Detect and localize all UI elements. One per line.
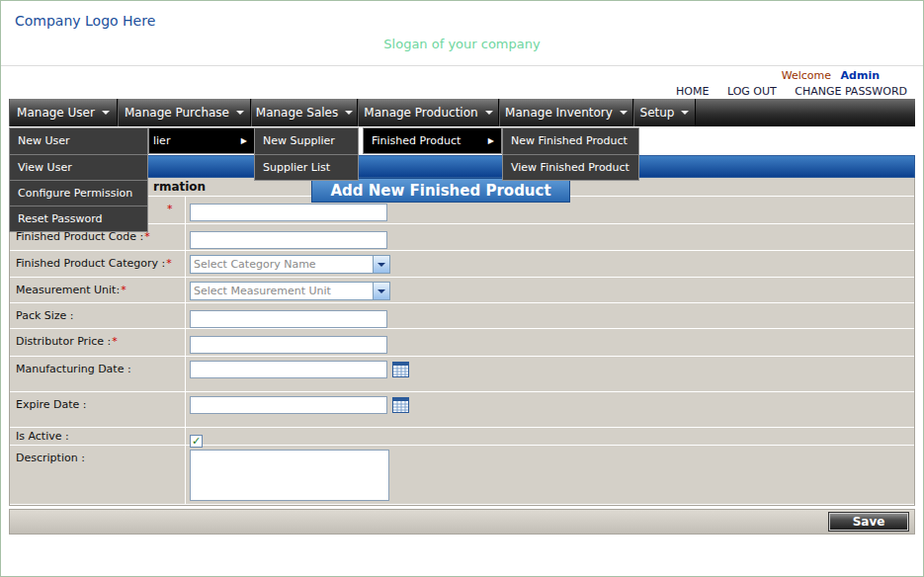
menu-manage-production[interactable]: Manage Production [358,99,499,126]
menu-item-supplier-partial[interactable]: lier ▶ [148,127,255,154]
form-row-measurement-unit: Measurement Unit:* Select Measurement Un… [10,278,914,303]
account-links: HOME LOG OUT CHANGE PASSWORD [1,85,907,98]
menu-item-reset-password[interactable]: Reset Password [10,206,147,231]
chevron-down-icon [681,111,689,115]
form-row-expire-date: Expire Date : [10,392,914,428]
required-marker: * [167,203,173,215]
menu-item-label: lier [153,134,170,147]
submenu-arrow-icon: ▶ [488,136,494,145]
menu-manage-purchase[interactable]: Manage Purchase [118,99,251,126]
menu-manage-inventory[interactable]: Manage Inventory [499,99,633,126]
required-marker: * [166,257,172,270]
field-cell [186,329,914,356]
form-row-pack-size: Pack Size : [10,303,914,329]
page: Company Logo Here Slogan of your company… [0,0,924,577]
menu-label: Setup [640,106,675,120]
field-cell: ✓ [186,428,914,445]
menu-item-configure-permission[interactable]: Configure Permission [10,180,147,206]
menu-item-label: Finished Product [372,134,461,147]
menu-item-view-finished-product[interactable]: View Finished Product [503,154,638,180]
chevron-down-icon [485,111,493,115]
category-select[interactable]: Select Category Name [190,255,390,274]
field-cell [186,357,914,391]
menu-item-new-user[interactable]: New User [10,128,147,154]
measurement-unit-select[interactable]: Select Measurement Unit [190,282,390,300]
chevron-down-icon [620,111,628,115]
menu-item-new-supplier[interactable]: New Supplier [255,128,358,154]
menu-item-supplier-list[interactable]: Supplier List [255,154,358,180]
field-cell [186,392,914,427]
page-title: Add New Finished Product [311,178,570,203]
field-label: Is Active : [10,428,186,445]
logout-link[interactable]: LOG OUT [727,85,777,98]
menu-label: Manage Inventory [505,106,613,120]
field-cell [186,446,914,504]
chevron-down-icon [345,111,353,115]
finished-product-name-input[interactable] [190,204,387,221]
field-label: Manufacturing Date : [10,357,186,391]
expire-date-calendar-button[interactable] [392,397,409,413]
field-label: Finished Product Category :* [10,251,186,277]
finished-product-submenu: New Finished Product View Finished Produ… [502,127,639,181]
form-row-category: Finished Product Category :* Select Cate… [10,251,914,278]
welcome-line: Welcome Admin [1,69,880,82]
field-label: Expire Date : [10,392,186,427]
submenu-arrow-icon: ▶ [241,136,247,145]
chevron-down-icon [236,111,244,115]
menu-manage-user[interactable]: Manage User [9,99,118,126]
menu-item-view-user[interactable]: View User [10,154,147,180]
manufacturing-date-input[interactable] [190,361,387,378]
welcome-label: Welcome [782,69,831,82]
header: Company Logo Here Slogan of your company [1,1,923,66]
select-value: Select Measurement Unit [191,285,373,297]
manage-user-dropdown: New User View User Configure Permission … [9,127,148,232]
required-marker: * [121,284,126,296]
chevron-down-icon [102,111,110,115]
field-label: Description : [10,446,186,504]
pack-size-input[interactable] [190,310,387,328]
description-textarea[interactable] [190,450,389,501]
menu-setup[interactable]: Setup [633,99,696,126]
menu-label: Manage Sales [256,106,338,120]
company-slogan: Slogan of your company [1,37,923,51]
change-password-link[interactable]: CHANGE PASSWORD [795,85,907,98]
field-label: Distributor Price :* [10,329,186,356]
field-cell [186,303,914,328]
form-row-description: Description : [10,446,914,505]
chevron-down-icon [378,289,385,293]
calendar-icon [392,362,409,377]
menu-manage-sales[interactable]: Manage Sales [251,99,358,126]
form-row-is-active: Is Active : ✓ [10,428,914,446]
username: Admin [841,69,880,82]
field-cell: Select Category Name [186,251,914,277]
menu-label: Manage User [17,106,95,120]
user-bar: Welcome Admin HOME LOG OUT CHANGE PASSWO… [1,66,923,99]
menu-item-finished-product[interactable]: Finished Product ▶ [363,127,502,154]
form-row-distributor-price: Distributor Price :* [10,329,914,357]
save-button[interactable]: Save [828,512,909,532]
select-dropdown-button [373,256,389,273]
main-menu-bar: Manage User Manage Purchase Manage Sales… [9,99,915,126]
chevron-down-icon [378,263,385,267]
company-logo: Company Logo Here [15,13,155,29]
menu-label: Manage Production [364,106,477,120]
calendar-icon [392,397,409,413]
menu-label: Manage Purchase [125,106,229,120]
form-actions-row: Save [9,509,915,535]
form-row-manufacturing-date: Manufacturing Date : [10,357,914,392]
field-cell [186,224,914,250]
field-label: Measurement Unit:* [10,278,186,302]
finished-product-code-input[interactable] [190,231,387,249]
select-value: Select Category Name [191,258,373,271]
manage-sales-dropdown: New Supplier Supplier List [254,127,359,181]
menu-item-new-finished-product[interactable]: New Finished Product [503,128,638,154]
required-marker: * [112,335,118,348]
distributor-price-input[interactable] [190,336,387,354]
select-dropdown-button [373,283,389,299]
field-cell: Select Measurement Unit [186,278,914,302]
manufacturing-date-calendar-button[interactable] [392,362,409,377]
home-link[interactable]: HOME [676,85,709,98]
field-label: Pack Size : [10,303,186,328]
expire-date-input[interactable] [190,396,387,414]
